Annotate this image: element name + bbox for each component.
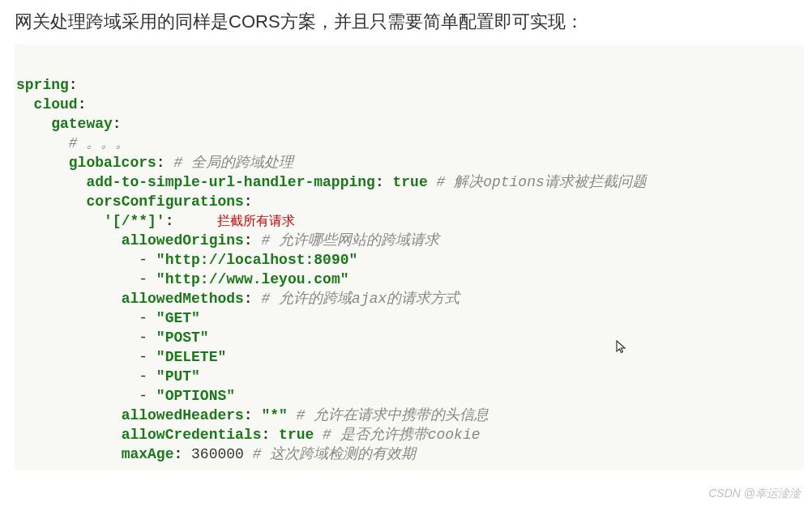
yaml-comment: # 全局的跨域处理 xyxy=(173,155,293,171)
yaml-string: "http://localhost:8090" xyxy=(156,252,357,268)
yaml-string: "*" xyxy=(261,407,287,423)
yaml-key: cloud xyxy=(34,96,78,113)
yaml-comment: # 允许在请求中携带的头信息 xyxy=(297,407,489,423)
yaml-string: "http://www.leyou.com" xyxy=(156,271,349,287)
yaml-key: globalcors xyxy=(69,155,156,171)
yaml-string: "DELETE" xyxy=(156,349,226,365)
yaml-string: "GET" xyxy=(156,310,200,326)
yaml-code-block: spring: cloud: gateway: # 。。。 globalcors… xyxy=(15,45,804,470)
yaml-key: allowedOrigins xyxy=(122,232,244,249)
yaml-key: add-to-simple-url-handler-mapping xyxy=(86,174,374,190)
yaml-key: corsConfigurations xyxy=(86,193,243,210)
yaml-key: '[/**]' xyxy=(104,213,165,229)
yaml-comment: # 允许的跨域ajax的请求方式 xyxy=(261,291,459,307)
yaml-key: gateway xyxy=(51,116,113,132)
yaml-key: allowedHeaders xyxy=(122,407,244,423)
watermark-text: CSDN @幸运淦淦 xyxy=(708,487,801,501)
yaml-key: allowCredentials xyxy=(122,427,262,443)
yaml-comment: # 允许哪些网站的跨域请求 xyxy=(261,232,439,249)
yaml-comment: # 。。。 xyxy=(69,135,130,151)
yaml-string: "OPTIONS" xyxy=(156,388,235,404)
yaml-key: allowedMethods xyxy=(122,291,244,307)
yaml-comment: # 解决options请求被拦截问题 xyxy=(437,174,647,190)
yaml-bool: true xyxy=(393,174,428,190)
yaml-comment: # 是否允许携带cookie xyxy=(323,427,480,443)
yaml-string: "PUT" xyxy=(156,368,200,385)
yaml-bool: true xyxy=(279,427,314,443)
yaml-string: "POST" xyxy=(156,330,209,346)
yaml-key: spring xyxy=(16,77,69,93)
yaml-comment: # 这次跨域检测的有效期 xyxy=(253,446,417,462)
yaml-key: maxAge xyxy=(122,446,174,462)
red-annotation: 拦截所有请求 xyxy=(217,214,295,227)
yaml-number: 360000 xyxy=(191,446,244,462)
heading-text: 网关处理跨域采用的同样是CORS方案，并且只需要简单配置即可实现： xyxy=(0,0,812,45)
